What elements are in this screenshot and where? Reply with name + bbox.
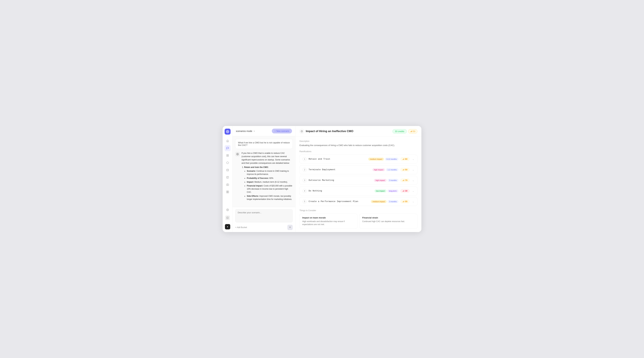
footer-actions: + Add Bucket: [235, 225, 293, 230]
expand-icon[interactable]: ⌄: [412, 190, 414, 192]
sidebar-item-widgets[interactable]: [224, 189, 230, 195]
things-label: Things to Consider: [300, 209, 418, 212]
sidebar-item-layout[interactable]: [224, 174, 230, 180]
left-panel-header: scenarios mode + New scenario: [232, 126, 295, 136]
expand-icon[interactable]: ⌄: [412, 200, 414, 203]
impact-badge: medium impact: [368, 158, 384, 161]
scenario-input[interactable]: [235, 209, 293, 222]
svg-rect-3: [228, 156, 228, 156]
item-badges: high impact 1-2 months: [372, 168, 398, 171]
svg-marker-5: [226, 162, 228, 164]
ramification-item[interactable]: 3 Outsource Marketing high impact 3 mont…: [300, 176, 418, 185]
ramification-item[interactable]: 2 Terminate Employment high impact 1-2 m…: [300, 165, 418, 174]
svg-rect-21: [410, 131, 411, 132]
score-value: 53: [413, 130, 415, 133]
ai-text: If you hire a CMO that is unable to redu…: [242, 152, 293, 202]
mode-label: scenarios mode: [236, 130, 252, 132]
svg-rect-38: [404, 201, 404, 202]
impact-badge: high impact: [372, 168, 385, 171]
item-name: Terminate Employment: [308, 168, 370, 171]
score-icon: [402, 179, 404, 181]
sidebar-item-grid[interactable]: [224, 153, 230, 158]
svg-rect-14: [226, 192, 228, 193]
svg-rect-16: [226, 217, 228, 219]
description-label: Description: [300, 140, 418, 142]
svg-rect-12: [228, 191, 228, 192]
sidebar-item-camera[interactable]: [224, 182, 230, 188]
svg-rect-34: [403, 191, 404, 192]
credits-badge: 33 credits: [392, 129, 407, 134]
time-badge: 3 months: [388, 200, 398, 203]
header-badges: 33 credits 53: [392, 129, 418, 134]
thing-card: Financial strain Continued high CAC can …: [360, 214, 418, 229]
svg-point-0: [227, 131, 228, 132]
svg-rect-11: [226, 191, 228, 192]
sidebar-item-home[interactable]: [224, 138, 230, 144]
svg-rect-27: [403, 170, 403, 170]
right-panel: Impact of Hiring an Ineffective CMO 33 c…: [296, 126, 422, 232]
thing-title: Impact on team morale: [302, 216, 355, 219]
svg-rect-7: [226, 176, 228, 178]
sidebar-item-settings[interactable]: [224, 207, 230, 213]
sidebar: ●: [222, 126, 232, 232]
thing-title: Financial strain: [362, 216, 414, 219]
score-icon: [402, 158, 404, 160]
ramification-list: 1 Retain and Train medium impact 6-12 mo…: [300, 155, 418, 206]
new-scenario-button[interactable]: + New scenario: [272, 129, 292, 133]
sidebar-item-shape[interactable]: [224, 160, 230, 166]
expand-icon[interactable]: ⌄: [412, 158, 414, 160]
expand-icon[interactable]: ⌄: [412, 179, 414, 182]
expand-icon[interactable]: ⌄: [412, 168, 414, 171]
send-button[interactable]: [288, 225, 293, 230]
add-bucket-button[interactable]: + Add Bucket: [235, 226, 247, 229]
thing-card: Impact on team morale High workloads and…: [300, 214, 358, 229]
thing-text: Continued high CAC can deplete resources…: [362, 220, 414, 223]
svg-rect-1: [226, 154, 228, 155]
score-icon: [402, 201, 404, 202]
item-score: 30: [400, 189, 410, 193]
user-avatar[interactable]: ●: [225, 224, 230, 229]
item-number: 1: [302, 157, 306, 161]
ramification-item[interactable]: 1 Retain and Train medium impact 6-12 mo…: [300, 155, 418, 164]
score-badge: 53: [408, 129, 418, 134]
mode-selector[interactable]: scenarios mode: [236, 130, 255, 132]
ramifications-label: Ramifications: [300, 150, 418, 153]
impact-badge: low impact: [374, 189, 386, 192]
svg-point-10: [227, 184, 228, 185]
sidebar-item-database[interactable]: [224, 167, 230, 173]
item-badges: high impact 3 months: [374, 179, 398, 182]
svg-rect-35: [404, 190, 404, 192]
svg-point-15: [227, 209, 228, 210]
svg-rect-28: [403, 169, 404, 170]
item-badges: medium impact 6-12 months: [368, 158, 398, 161]
svg-rect-33: [403, 191, 403, 192]
svg-point-6: [226, 169, 228, 170]
panel-toggle[interactable]: [225, 215, 230, 220]
item-number: 2: [302, 168, 306, 172]
impact-badge: medium impact: [371, 200, 386, 203]
score-icon: [402, 169, 404, 171]
left-panel-footer: + Add Bucket: [232, 207, 295, 232]
item-name: Do Nothing: [308, 190, 372, 192]
item-name: Create a Performance Improvement Plan: [308, 200, 369, 203]
svg-rect-32: [404, 180, 404, 181]
svg-rect-26: [404, 158, 404, 160]
scenario-title-icon: [300, 129, 304, 134]
left-panel-content: What if we hire a CMO but he is not capa…: [232, 136, 295, 207]
ramification-item[interactable]: 4 Do Nothing low impact long-term 30 ⌄: [300, 186, 418, 195]
left-panel: scenarios mode + New scenario What if we…: [232, 126, 296, 232]
svg-point-18: [237, 154, 238, 154]
svg-rect-37: [403, 201, 404, 202]
sidebar-item-chat[interactable]: [224, 145, 230, 151]
score-icon: [402, 190, 404, 192]
right-panel-content: Description Evaluating the consequences …: [296, 137, 422, 232]
ramification-item[interactable]: 5 Create a Performance Improvement Plan …: [300, 197, 418, 206]
time-badge: 1-2 months: [386, 168, 398, 171]
item-badges: low impact long-term: [374, 189, 398, 192]
item-score: 60: [400, 157, 410, 161]
right-panel-header: Impact of Hiring an Ineffective CMO 33 c…: [296, 126, 422, 137]
item-score: 55: [400, 200, 410, 203]
item-number: 4: [302, 189, 306, 193]
svg-rect-29: [404, 169, 404, 170]
app-logo[interactable]: [224, 129, 230, 135]
